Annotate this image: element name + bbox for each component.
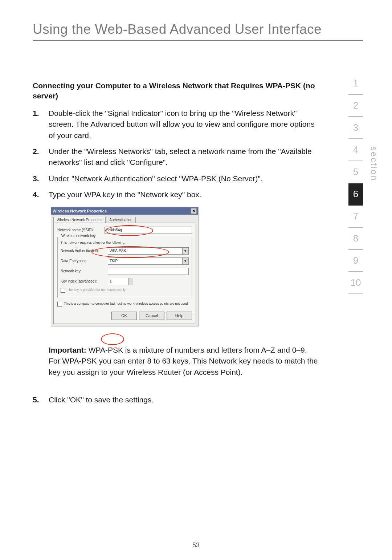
group-note: This network requires a key for the foll… [61, 241, 189, 244]
page-number: 53 [0, 541, 392, 549]
enc-select[interactable]: TKIP [108, 257, 189, 265]
auto-key-checkbox: The key is provided for me automatically [61, 288, 189, 293]
step-text: Click "OK" to save the settings. [49, 394, 154, 405]
tab-authentication[interactable]: Authentication [106, 217, 135, 223]
step-3: 3. Under "Network Authentication" select… [33, 173, 319, 184]
ssid-label: Network name (SSID): [57, 228, 105, 232]
cancel-button[interactable]: Cancel [139, 312, 164, 320]
step-num: 2. [33, 146, 49, 168]
section-2[interactable]: 2 [348, 95, 363, 117]
checkbox-icon [57, 302, 62, 307]
checkbox-icon [61, 288, 65, 293]
step-text: Double-click the "Signal Indicator" icon… [49, 108, 319, 141]
step-4: 4. Type your WPA key in the "Network key… [33, 189, 319, 200]
group-legend: Wireless network key [60, 234, 97, 238]
step-num: 1. [33, 108, 49, 141]
section-4[interactable]: 4 [348, 139, 363, 161]
page-title: Using the Web-Based Advanced User Interf… [33, 22, 363, 41]
step-2: 2. Under the "Wireless Networks" tab, se… [33, 146, 319, 168]
important-text: WPA-PSK is a mixture of numbers and lett… [49, 346, 318, 376]
key-group: Wireless network key This network requir… [57, 237, 192, 298]
dialog-body: Network name (SSID): belkin54g Wireless … [53, 223, 196, 324]
dialog-tabs: Wireless Network Properties Authenticati… [53, 217, 196, 223]
step-1: 1. Double-click the "Signal Indicator" i… [33, 108, 319, 141]
key-label: Network key: [61, 269, 108, 273]
dialog-titlebar: Wireless Network Properties ✕ [51, 207, 198, 215]
key-input[interactable] [108, 268, 189, 275]
close-icon[interactable]: ✕ [191, 208, 197, 214]
step-num: 4. [33, 189, 49, 200]
step-text: Under "Network Authentication" select "W… [49, 173, 319, 184]
auth-select[interactable]: WPA-PSK [108, 247, 189, 255]
dialog-screenshot: Wireless Network Properties ✕ Wireless N… [51, 207, 199, 326]
step-text: Type your WPA key in the "Network key" b… [49, 189, 319, 200]
auth-label: Network Authentication: [61, 249, 108, 253]
keyidx-input[interactable]: 1 [108, 278, 133, 285]
adhoc-checkbox[interactable]: This is a computer-to-computer (ad hoc) … [57, 302, 192, 307]
keyidx-label: Key index (advanced): [61, 279, 108, 283]
step-text: Under the "Wireless Networks" tab, selec… [49, 146, 319, 168]
section-10[interactable]: 10 [348, 272, 363, 294]
step-5: 5. Click "OK" to save the settings. [33, 394, 319, 405]
tab-properties[interactable]: Wireless Network Properties [53, 217, 106, 223]
section-label: section [369, 146, 379, 182]
section-7[interactable]: 7 [348, 206, 363, 228]
step-num: 5. [33, 394, 49, 405]
dialog-title: Wireless Network Properties [53, 207, 107, 215]
important-label: Important: [49, 346, 86, 354]
help-button[interactable]: Help [167, 312, 192, 320]
section-9[interactable]: 9 [348, 250, 363, 272]
subheading: Connecting your Computer to a Wireless N… [33, 81, 319, 101]
auto-key-label: The key is provided for me automatically [67, 288, 126, 292]
ok-button[interactable]: OK [111, 312, 137, 320]
adhoc-label: This is a computer-to-computer (ad hoc) … [64, 302, 188, 305]
highlight-ellipse [101, 333, 124, 345]
step-num: 3. [33, 173, 49, 184]
important-note: Important: WPA-PSK is a mixture of numbe… [49, 345, 319, 378]
section-1[interactable]: 1 [348, 73, 363, 95]
section-3[interactable]: 3 [348, 117, 363, 139]
steps-list: 1. Double-click the "Signal Indicator" i… [33, 108, 319, 200]
ssid-input[interactable]: belkin54g [105, 227, 192, 234]
section-6[interactable]: 6 [348, 183, 363, 206]
dialog-buttons: OK Cancel Help [57, 309, 192, 321]
section-nav: 1 2 3 4 5 6 7 8 9 10 [348, 73, 363, 294]
enc-label: Data Encryption: [61, 259, 108, 263]
section-5[interactable]: 5 [348, 161, 363, 183]
section-8[interactable]: 8 [348, 228, 363, 250]
